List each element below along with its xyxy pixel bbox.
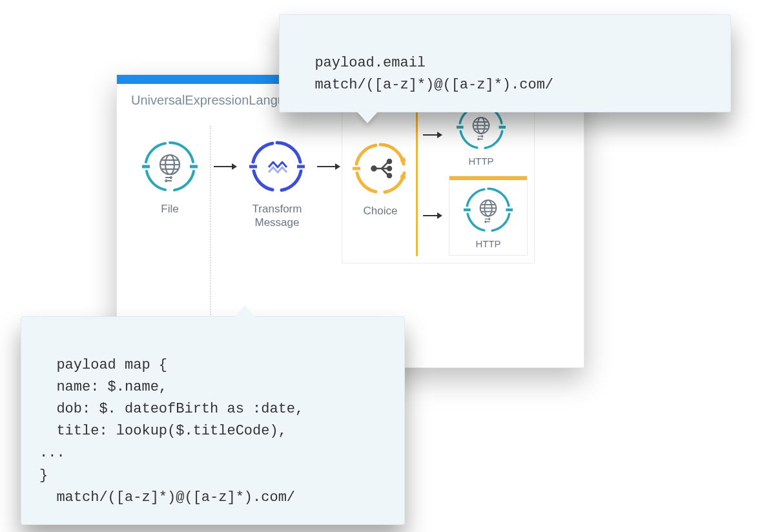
transform-node: Transform Message bbox=[238, 139, 316, 230]
choice-node-label: Choice bbox=[364, 204, 398, 218]
file-node: File bbox=[131, 139, 209, 216]
arrow-icon bbox=[316, 139, 342, 194]
transform-icon bbox=[249, 139, 305, 194]
http-box-bar bbox=[449, 176, 527, 180]
choice-splitter-bar bbox=[416, 102, 418, 256]
http-node: HTTP bbox=[456, 185, 520, 251]
flow-body: File bbox=[117, 113, 584, 331]
svg-point-12 bbox=[400, 158, 406, 163]
http-node-label: HTTP bbox=[475, 238, 500, 251]
arrow-icon bbox=[212, 139, 238, 194]
arrow-icon bbox=[422, 107, 444, 163]
http-box: HTTP bbox=[449, 176, 528, 256]
arrow-icon bbox=[422, 188, 444, 243]
branch-icon bbox=[353, 141, 408, 196]
choice-node: Choice bbox=[349, 102, 412, 256]
tooltip-email-match: payload.email match/([a-z]*)@([a-z]*).co… bbox=[279, 14, 731, 112]
http-node-label: HTTP bbox=[468, 156, 493, 168]
svg-point-20 bbox=[387, 167, 391, 170]
globe-icon bbox=[464, 185, 513, 234]
svg-point-21 bbox=[387, 174, 391, 178]
svg-point-19 bbox=[387, 159, 391, 163]
tooltip-code: payload map { name: $.name, dob: $. date… bbox=[39, 357, 304, 506]
tooltip-payload-map: payload map { name: $.name, dob: $. date… bbox=[21, 316, 405, 525]
svg-point-13 bbox=[400, 174, 406, 179]
file-node-label: File bbox=[161, 202, 178, 216]
branch-bottom: HTTP bbox=[422, 176, 528, 256]
tooltip-code: payload.email match/([a-z]*)@([a-z]*).co… bbox=[298, 55, 553, 93]
divider bbox=[210, 126, 211, 320]
transform-node-label: Transform Message bbox=[252, 202, 302, 230]
globe-icon bbox=[142, 139, 198, 194]
branch-stack: HTTP bbox=[422, 103, 528, 256]
